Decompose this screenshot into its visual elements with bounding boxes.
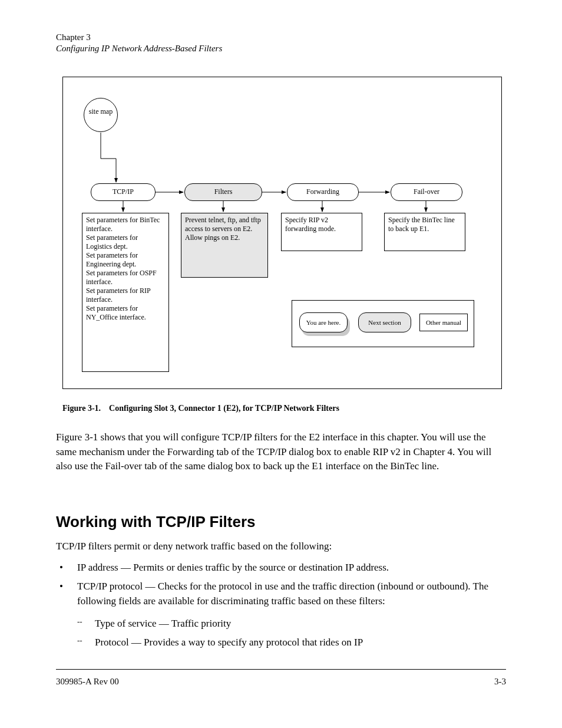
legend-other-manual: Other manual bbox=[419, 314, 468, 331]
footer-rule bbox=[56, 669, 506, 670]
figure-caption: Figure 3-1. Configuring Slot 3, Connecto… bbox=[62, 404, 502, 413]
dash-icon: -- bbox=[74, 616, 95, 631]
legend-box: You are here. Next section Other manual bbox=[292, 300, 474, 347]
footer-left: 309985-A Rev 00 bbox=[56, 677, 119, 687]
list-item-text: IP address — Permits or denies traffic b… bbox=[77, 560, 505, 575]
figure-frame: site map TCP/IP Filters Forwarding Fail-… bbox=[62, 77, 502, 389]
section-intro: TCP/IP filters permit or deny network tr… bbox=[56, 539, 505, 554]
section-list: • IP address — Permits or denies traffic… bbox=[56, 560, 505, 612]
desc-forwarding: Specify RIP v2 forwarding mode. bbox=[281, 213, 362, 251]
list-item: • TCP/IP protocol — Checks for the proto… bbox=[56, 579, 505, 609]
bullet-icon: • bbox=[56, 579, 77, 609]
dash-icon: -- bbox=[74, 635, 95, 650]
footer-right: 3-3 bbox=[494, 677, 506, 687]
section-heading: Working with TCP/IP Filters bbox=[56, 513, 505, 531]
node-forwarding: Forwarding bbox=[287, 183, 359, 201]
body-paragraph: Figure 3-1 shows that you will configure… bbox=[56, 430, 505, 474]
list-item: -- Type of service — Traffic priority bbox=[74, 616, 505, 631]
node-filters: Filters bbox=[184, 183, 262, 201]
desc-failover: Specify the BinTec line to back up E1. bbox=[384, 213, 465, 251]
list-item: • IP address — Permits or denies traffic… bbox=[56, 560, 505, 575]
section-sublist: -- Type of service — Traffic priority --… bbox=[74, 616, 505, 653]
desc-tcpip: Set parameters for BinTec interface. Set… bbox=[82, 213, 169, 372]
bullet-icon: • bbox=[56, 560, 77, 575]
legend-you-are-here: You are here. bbox=[299, 312, 348, 332]
list-item: -- Protocol — Provides a way to specify … bbox=[74, 635, 505, 650]
node-failover: Fail-over bbox=[391, 183, 462, 201]
chapter-label: Chapter 3 bbox=[56, 32, 506, 42]
list-item-text: TCP/IP protocol — Checks for the protoco… bbox=[77, 579, 505, 609]
chapter-title: Configuring IP Network Address-Based Fil… bbox=[56, 44, 506, 54]
legend-next-section: Next section bbox=[358, 312, 411, 332]
list-item-text: Type of service — Traffic priority bbox=[95, 616, 505, 631]
node-tcpip: TCP/IP bbox=[91, 183, 156, 201]
start-node: site map bbox=[84, 98, 118, 132]
desc-filters: Prevent telnet, ftp, and tftp access to … bbox=[181, 213, 268, 278]
list-item-text: Protocol — Provides a way to specify any… bbox=[95, 635, 505, 650]
